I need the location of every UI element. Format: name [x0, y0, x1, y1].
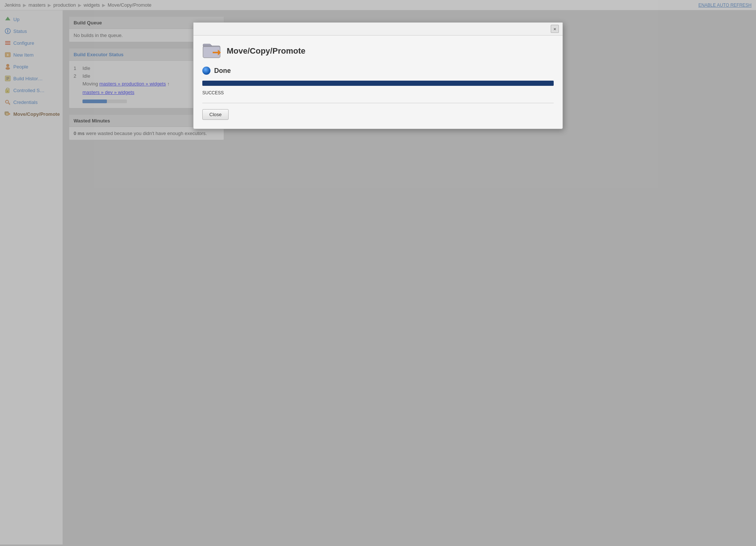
- modal-close-action-button[interactable]: Close: [202, 109, 229, 120]
- folder-with-arrow-icon: [202, 43, 222, 59]
- modal-close-button-row: Close: [202, 108, 554, 121]
- modal-progress-fill: [202, 81, 554, 86]
- modal-body: Move/Copy/Promote Done SUCCESS Close: [193, 36, 563, 129]
- modal: × Move/Copy/Promote: [193, 22, 563, 129]
- modal-divider: [202, 103, 554, 103]
- globe-icon: [202, 67, 210, 75]
- modal-titlebar: ×: [193, 23, 563, 36]
- modal-close-button[interactable]: ×: [551, 25, 559, 33]
- modal-overlay: × Move/Copy/Promote: [0, 0, 756, 546]
- modal-status-text: SUCCESS: [202, 89, 554, 97]
- modal-progress-bar: [202, 81, 554, 86]
- modal-title-row: Move/Copy/Promote: [202, 43, 554, 59]
- modal-done-text: Done: [214, 67, 231, 75]
- modal-done-row: Done: [202, 67, 554, 75]
- modal-title-text: Move/Copy/Promote: [227, 46, 306, 56]
